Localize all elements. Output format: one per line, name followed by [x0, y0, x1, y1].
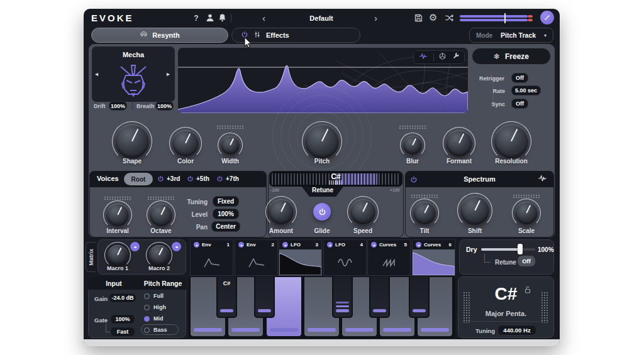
tuning-value[interactable]: Fixed — [213, 196, 239, 207]
output-level-slider[interactable] — [460, 15, 533, 21]
color-knob[interactable] — [172, 130, 199, 156]
settings-gear-icon[interactable]: ⚙ — [429, 12, 437, 23]
save-icon[interactable] — [414, 13, 423, 23]
shift-knob-label: Shift — [468, 227, 482, 234]
mod-slot-curves5[interactable]: ◂▸Curves5 — [367, 239, 411, 276]
macro2-bipolar-button[interactable]: ◂▸ — [172, 242, 181, 251]
curve-tool-button[interactable] — [540, 11, 554, 25]
voice-7th-label: +7th — [226, 175, 239, 182]
level-value[interactable]: 100% — [213, 209, 239, 219]
pitch-range-option-bass[interactable]: Bass — [144, 327, 167, 333]
amount-knob[interactable] — [269, 199, 294, 224]
waveform-view-icon[interactable] — [418, 52, 428, 63]
drift-value[interactable]: 100% — [109, 101, 127, 111]
preset-name[interactable]: Default — [284, 14, 359, 22]
interval-drag-dots — [104, 196, 131, 200]
formant-knob[interactable] — [446, 130, 472, 156]
retune-tuner-display[interactable]: C# — [269, 172, 402, 187]
freeze-button[interactable]: ❄ Freeze — [472, 48, 551, 65]
macro2-knob[interactable] — [149, 245, 169, 265]
tab-resynth[interactable]: Resynth — [91, 28, 228, 43]
wrench-icon[interactable] — [452, 52, 460, 63]
interval-knob-label: Interval — [106, 227, 129, 234]
option-label: Bass — [153, 327, 167, 333]
voice-5th-button[interactable]: +5th — [187, 175, 209, 182]
gate-speed-value[interactable]: Fast — [110, 327, 135, 337]
model-name: Mecha — [92, 51, 175, 58]
model-selector-card[interactable]: Mecha ◂ ▸ — [92, 46, 175, 102]
pitch-range-option-high[interactable]: High — [144, 304, 166, 310]
option-label: High — [153, 304, 166, 310]
mod-slot-curves6[interactable]: ◂▸Curves6 — [412, 239, 455, 276]
help-icon[interactable]: ? — [192, 13, 201, 23]
mod-slot-env2[interactable]: ◂▸Env2 — [235, 239, 278, 276]
voice-root-button[interactable]: Root — [124, 173, 153, 185]
key-black-asharp[interactable] — [409, 276, 430, 318]
shuffle-icon[interactable] — [444, 13, 454, 23]
glide-power-button[interactable] — [313, 203, 331, 221]
gate-value[interactable]: 100% — [110, 314, 135, 324]
mod-slot-lfo3[interactable]: ◂▸LFO3 — [279, 239, 322, 276]
mod-slot-lfo4[interactable]: ◂▸LFO4 — [323, 239, 367, 276]
tilt-drag-dots — [411, 194, 438, 199]
key-led — [270, 328, 298, 332]
key-black-fsharp-active[interactable] — [332, 276, 353, 318]
model-prev-icon[interactable]: ◂ — [95, 70, 98, 77]
voice-3rd-button[interactable]: +3rd — [157, 175, 180, 182]
blur-knob[interactable] — [403, 136, 422, 155]
pitch-range-option-mid[interactable]: Mid — [144, 315, 164, 322]
model-next-icon[interactable]: ▸ — [167, 70, 170, 77]
scale-knob[interactable] — [515, 202, 538, 224]
drift-breath-divider — [132, 102, 133, 110]
pitch-range-option-full[interactable]: Full — [144, 293, 164, 299]
retrigger-value[interactable]: Off — [511, 73, 528, 83]
display-toolbar — [413, 50, 465, 64]
dry-slider-track[interactable] — [481, 248, 535, 251]
scale-root-note[interactable]: C# — [458, 284, 554, 304]
key-led — [413, 309, 426, 312]
rate-value[interactable]: 5.00 sec — [511, 85, 541, 96]
bell-icon[interactable] — [218, 13, 227, 23]
matrix-retune-value[interactable]: Off — [518, 256, 535, 266]
tilt-knob[interactable] — [413, 202, 436, 224]
mod-slot-name: Env — [247, 242, 269, 248]
gain-value[interactable]: -24.0 dB — [109, 293, 136, 303]
key-black-csharp[interactable]: C# — [216, 276, 237, 318]
mode-value: Pitch Track — [501, 31, 536, 39]
preset-next-icon[interactable]: › — [374, 13, 377, 23]
interval-knob[interactable] — [106, 204, 129, 226]
dry-slider-handle[interactable] — [518, 244, 523, 254]
mod-curve-chart — [279, 249, 321, 275]
width-knob[interactable] — [221, 136, 240, 155]
key-black-gsharp[interactable] — [369, 276, 390, 318]
mode-dropdown[interactable]: Mode Pitch Track ▾ — [469, 28, 553, 43]
mod-source-icon: ◂▸ — [416, 242, 421, 248]
speed-knob[interactable] — [350, 199, 375, 224]
macro1-knob[interactable] — [108, 245, 128, 265]
key-led — [194, 328, 222, 332]
mod-slot-env1[interactable]: ◂▸Env1 — [190, 239, 233, 276]
matrix-tab[interactable]: Matrix — [86, 242, 96, 272]
mod-source-icon: ◂▸ — [371, 242, 377, 248]
shift-knob[interactable] — [460, 196, 489, 225]
octave-knob[interactable] — [150, 204, 172, 226]
tuning-ref-value[interactable]: 440.00 Hz — [497, 325, 536, 336]
pan-value[interactable]: Center — [211, 221, 240, 232]
key-black-dsharp[interactable] — [254, 276, 275, 318]
screenshot-canvas: EVOKE ? ‹ Default › ⚙ Resynth Effects Mo… — [0, 0, 644, 355]
lock-icon[interactable] — [524, 285, 531, 297]
mod-slot-name: Curves — [379, 242, 402, 248]
resolution-knob[interactable] — [494, 124, 528, 158]
macro1-bipolar-button[interactable]: ◂▸ — [130, 242, 140, 251]
breath-value[interactable]: 100% — [155, 101, 174, 111]
pitch-knob[interactable] — [305, 124, 339, 158]
shape-knob[interactable] — [115, 124, 149, 158]
voice-7th-button[interactable]: +7th — [216, 175, 239, 182]
sync-value[interactable]: Off — [511, 99, 528, 109]
spectrum-wave-icon[interactable] — [537, 174, 548, 185]
preset-prev-icon[interactable]: ‹ — [262, 13, 265, 23]
user-icon[interactable] — [205, 13, 215, 23]
hexagon-model-icon[interactable] — [438, 52, 447, 63]
scale-name[interactable]: Major Penta. — [458, 310, 554, 317]
window-bottom-strip[interactable] — [84, 339, 560, 346]
